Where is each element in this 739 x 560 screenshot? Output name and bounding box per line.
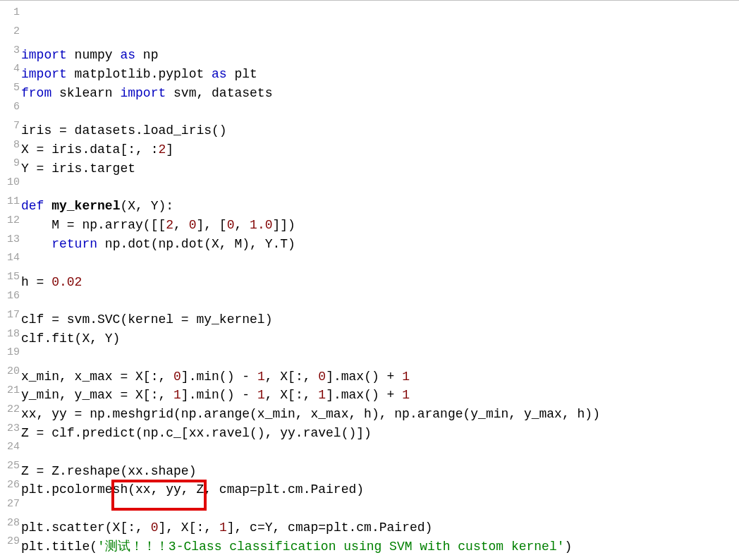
code-line[interactable]: plt.scatter(X[:, 0], X[:, 1], c=Y, cmap=… [21,518,739,537]
code-token: ] [166,142,173,157]
line-number: 15 [0,268,20,287]
code-token: 1 [402,388,410,402]
code-line[interactable] [21,291,739,310]
code-token: y_min, y_max = X[:, [21,388,173,402]
code-line[interactable]: xx, yy = np.meshgrid(np.arange(x_min, x_… [21,405,739,424]
code-token: 1 [257,388,265,402]
code-token: M = np.array([[ [21,218,166,232]
code-token: clf = svm.SVC(kernel = my_kernel) [21,312,272,327]
code-token: ].max() + [326,388,402,402]
code-token: 2 [166,218,173,232]
code-line[interactable]: M = np.array([[2, 0], [0, 1.0]]) [21,216,739,235]
code-line[interactable]: from sklearn import svm, datasets [21,84,739,103]
code-token: 1.0 [250,218,272,232]
code-token [44,199,51,213]
code-area[interactable]: import numpy as npimport matplotlib.pypl… [21,4,739,560]
code-token: ], c=Y, cmap=plt.cm.Paired) [227,521,433,535]
code-line[interactable]: h = 0.02 [21,273,739,292]
code-token: clf.fit(X, Y) [21,331,120,346]
code-line[interactable]: plt.pcolormesh(xx, yy, Z, cmap=plt.cm.Pa… [21,480,739,499]
code-token: 0.02 [51,275,82,289]
code-token: Z = clf.predict(np.c_[xx.ravel(), yy.rav… [21,426,372,440]
line-number: 29 [0,532,20,552]
code-token: 1 [219,521,227,535]
code-token: X = iris.data[:, : [21,142,158,157]
code-line[interactable]: plt.axis('tight') [21,556,739,560]
code-token: sklearn [51,86,120,100]
code-line[interactable]: import matplotlib.pyplot as plt [21,65,739,84]
code-token: Z = Z.reshape(xx.shape) [21,464,196,478]
line-number: 9 [0,154,20,174]
line-number: 27 [0,495,20,514]
code-token: ].min() - [181,388,257,402]
line-number: 18 [0,325,20,344]
code-token: ], X[:, [158,521,219,535]
line-number-gutter: 1234567891011121314151617181920212223242… [0,4,21,560]
line-number: 17 [0,306,20,325]
code-token: plt.pcolormesh(xx, yy, Z, cmap=plt.cm.Pa… [21,482,364,497]
line-number: 23 [0,420,20,439]
code-token: , [235,218,250,232]
code-token: import [21,67,67,81]
code-line[interactable]: plt.title('测试！！！3-Class classification u… [21,537,739,556]
code-token: from [21,86,51,100]
code-line[interactable] [21,499,739,518]
code-token: ], [ [196,218,226,232]
code-line[interactable]: clf.fit(X, Y) [21,329,739,348]
line-number: 12 [0,212,20,231]
line-number: 21 [0,382,20,401]
code-line[interactable] [21,348,739,367]
line-number: 7 [0,117,20,136]
code-editor[interactable]: 1234567891011121314151617181920212223242… [0,1,739,560]
code-token: 0 [318,370,326,384]
code-token: Y = iris.target [21,162,135,176]
code-line[interactable]: return np.dot(np.dot(X, M), Y.T) [21,235,739,254]
code-line[interactable] [21,178,739,197]
code-token: 1 [173,388,181,402]
code-token: , X[:, [265,388,319,402]
code-line[interactable] [21,254,739,273]
code-token: plt.scatter(X[:, [21,521,151,535]
code-token: '测试！！！3-Class classification using SVM w… [97,540,565,554]
line-number: 22 [0,401,20,420]
line-number: 5 [0,79,20,98]
code-token: , X[:, [265,370,319,384]
code-token: def [21,199,44,213]
code-token: import [120,86,166,100]
code-line[interactable]: Y = iris.target [21,159,739,178]
line-number: 6 [0,98,20,117]
code-token [21,237,51,251]
line-number: 19 [0,343,20,363]
code-line[interactable]: iris = datasets.load_iris() [21,121,739,140]
code-line[interactable]: Z = clf.predict(np.c_[xx.ravel(), yy.rav… [21,424,739,443]
code-token: 1 [402,370,410,384]
code-line[interactable]: x_min, x_max = X[:, 0].min() - 1, X[:, 0… [21,367,739,386]
code-line[interactable] [21,443,739,462]
line-number: 11 [0,193,20,212]
code-token: import [21,48,67,62]
code-line[interactable]: Z = Z.reshape(xx.shape) [21,462,739,481]
line-number: 1 [0,4,20,23]
line-number: 26 [0,476,20,495]
line-number: 13 [0,231,20,250]
code-token: numpy [67,48,121,62]
code-token: iris = datasets.load_iris() [21,123,227,138]
code-line[interactable]: y_min, y_max = X[:, 1].min() - 1, X[:, 1… [21,386,739,405]
code-line[interactable]: def my_kernel(X, Y): [21,197,739,216]
code-line[interactable] [21,102,739,121]
code-line[interactable]: X = iris.data[:, :2] [21,140,739,159]
code-token: xx, yy = np.meshgrid(np.arange(x_min, x_… [21,407,600,421]
code-token: plt.title( [21,540,97,554]
code-token: 1 [257,370,265,384]
code-token: np [135,48,158,62]
code-token: (X, Y): [120,199,173,213]
code-token: as [120,48,135,62]
line-number: 3 [0,42,20,61]
code-line[interactable]: clf = svm.SVC(kernel = my_kernel) [21,310,739,329]
code-line[interactable]: import numpy as np [21,46,739,65]
code-token: ].max() + [326,370,402,384]
line-number: 24 [0,438,20,457]
code-token: svm, datasets [166,86,272,100]
line-number: 25 [0,457,20,476]
line-number: 10 [0,174,20,193]
